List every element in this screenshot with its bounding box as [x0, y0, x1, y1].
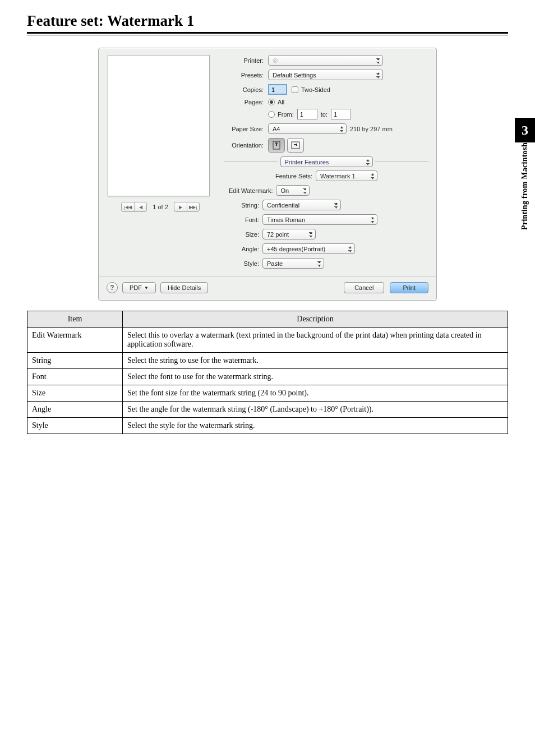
print-dialog: |◀◀ ◀ 1 of 2 ▶ ▶▶| Printer:: [98, 48, 437, 301]
next-page-icon: ▶: [174, 202, 187, 211]
section-title: Printer Features: [285, 159, 329, 165]
desc-cell: Select this to overlay a watermark (text…: [123, 328, 508, 353]
portrait-icon: [273, 141, 280, 150]
font-select[interactable]: Times Roman ▲▼: [262, 214, 377, 225]
printer-label: Printer:: [224, 57, 268, 64]
pages-from-input[interactable]: [297, 109, 317, 119]
checkbox-icon: [292, 86, 298, 93]
paper-dimensions: 210 by 297 mm: [350, 126, 393, 132]
svg-rect-5: [296, 144, 297, 146]
chapter-label: Printing from Macintosh: [520, 142, 529, 236]
presets-value: Default Settings: [273, 72, 316, 79]
last-page-icon: ▶▶|: [187, 202, 199, 211]
edit-watermark-select[interactable]: On ▲▼: [276, 185, 310, 196]
pdf-menu-button[interactable]: PDF ▼: [122, 282, 156, 293]
preview-page: [108, 55, 210, 196]
table-row: Style Select the style for the watermark…: [27, 418, 508, 434]
desc-cell: Set the angle for the watermark string (…: [123, 402, 508, 418]
paper-size-select[interactable]: A4 ▲▼: [268, 123, 347, 134]
copies-label: Copies:: [224, 86, 268, 93]
style-select[interactable]: Paste ▲▼: [262, 258, 324, 269]
item-cell: Edit Watermark: [27, 328, 123, 353]
header-item: Item: [27, 311, 123, 328]
pdf-label: PDF: [130, 284, 142, 291]
edit-watermark-value: On: [280, 187, 289, 194]
radio-on-icon: [268, 99, 275, 105]
first-page-icon: |◀◀: [122, 202, 134, 211]
string-label: String:: [229, 202, 262, 209]
two-sided-checkbox[interactable]: Two-Sided: [292, 86, 330, 93]
print-button[interactable]: Print: [390, 282, 428, 293]
preview-first-prev[interactable]: |◀◀ ◀: [121, 202, 147, 212]
style-value: Paste: [267, 260, 283, 267]
chapter-tab: 3 Printing from Macintosh: [515, 118, 535, 266]
table-row: Edit Watermark Select this to overlay a …: [27, 328, 508, 353]
string-value: Confidential: [267, 202, 299, 209]
orientation-label: Orientation:: [224, 142, 268, 149]
orientation-landscape-button[interactable]: [287, 138, 304, 153]
table-header-row: Item Description: [27, 311, 508, 328]
desc-cell: Select the font to use for the watermark…: [123, 369, 508, 385]
heading-rule: [27, 32, 508, 35]
copies-input[interactable]: [268, 84, 287, 95]
size-select[interactable]: 72 point ▲▼: [262, 229, 316, 239]
pages-label: Pages:: [224, 99, 268, 105]
desc-cell: Select the string to use for the waterma…: [123, 353, 508, 369]
feature-sets-label: Feature Sets:: [275, 173, 312, 179]
chapter-number: 3: [515, 118, 535, 142]
string-select[interactable]: Confidential ▲▼: [262, 200, 341, 210]
font-value: Times Roman: [267, 216, 305, 223]
landscape-icon: [291, 141, 300, 149]
description-table: Item Description Edit Watermark Select t…: [27, 311, 508, 434]
item-cell: Angle: [27, 402, 123, 418]
page-heading: Feature set: Watermark 1: [27, 12, 508, 30]
table-row: String Select the string to use for the …: [27, 353, 508, 369]
cancel-button[interactable]: Cancel: [344, 282, 384, 293]
chevron-down-icon: ▼: [144, 285, 149, 291]
pages-from-label: From:: [278, 111, 294, 118]
item-cell: Style: [27, 418, 123, 434]
table-row: Size Set the font size for the watermark…: [27, 385, 508, 402]
pages-to-label: to:: [321, 111, 328, 118]
orientation-portrait-button[interactable]: [268, 138, 285, 153]
preview-page-indicator: 1 of 2: [153, 204, 168, 210]
radio-off-icon: [268, 111, 275, 118]
angle-select[interactable]: +45 degrees(Portrait) ▲▼: [262, 243, 355, 254]
paper-size-label: Paper Size:: [224, 126, 268, 132]
header-desc: Description: [123, 311, 508, 328]
feature-sets-value: Watermark 1: [320, 173, 356, 179]
printer-select[interactable]: ◎ ▲▼: [268, 55, 383, 66]
table-row: Angle Set the angle for the watermark st…: [27, 402, 508, 418]
help-button[interactable]: ?: [107, 282, 118, 293]
prev-page-icon: ◀: [134, 202, 146, 211]
item-cell: Font: [27, 369, 123, 385]
hide-details-button[interactable]: Hide Details: [160, 282, 208, 293]
desc-cell: Set the font size for the watermark stri…: [123, 385, 508, 402]
two-sided-label: Two-Sided: [301, 86, 330, 93]
table-row: Font Select the font to use for the wate…: [27, 369, 508, 385]
pages-to-input[interactable]: [331, 109, 351, 119]
edit-watermark-label: Edit Watermark:: [229, 187, 273, 194]
pages-all-label: All: [278, 99, 284, 105]
printer-value: ◎: [273, 57, 279, 64]
presets-select[interactable]: Default Settings ▲▼: [268, 70, 383, 80]
pages-range-radio[interactable]: From:: [268, 111, 294, 118]
size-value: 72 point: [267, 231, 289, 238]
angle-label: Angle:: [229, 246, 262, 252]
pages-all-radio[interactable]: All: [268, 99, 284, 105]
style-label: Style:: [229, 260, 262, 267]
desc-cell: Select the style for the watermark strin…: [123, 418, 508, 434]
size-label: Size:: [229, 231, 262, 238]
font-label: Font:: [229, 216, 262, 223]
paper-size-value: A4: [273, 126, 280, 132]
presets-label: Presets:: [224, 72, 268, 79]
svg-rect-2: [275, 142, 278, 144]
preview-next-last[interactable]: ▶ ▶▶|: [174, 202, 200, 212]
angle-value: +45 degrees(Portrait): [267, 246, 325, 252]
item-cell: String: [27, 353, 123, 369]
dialog-section-select[interactable]: Printer Features ▲▼: [280, 156, 373, 167]
item-cell: Size: [27, 385, 123, 402]
feature-sets-select[interactable]: Watermark 1 ▲▼: [316, 170, 377, 181]
